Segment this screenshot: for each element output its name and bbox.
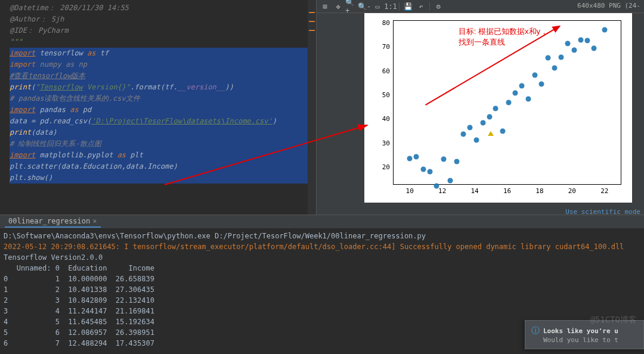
data-point [434,184,439,189]
y-tick: 20 [377,163,390,170]
y-tick: 70 [377,43,390,51]
one-one-icon[interactable]: 1:1 [385,1,397,12]
data-point [558,54,564,60]
y-tick: 60 [377,67,390,74]
back-icon[interactable]: ↶ [415,1,427,12]
gear-icon[interactable]: ⚙ [432,1,444,12]
chart-annotation: 目标: 根据已知数据x和y， 找到一条直线 [459,26,548,47]
x-tick: 12 [438,187,446,195]
data-point [454,159,459,164]
data-point [500,129,505,134]
data-point [460,131,466,136]
chart-canvas: 目标: 根据已知数据x和y， 找到一条直线 203040506070801012… [364,13,632,203]
editor-minimap[interactable] [308,0,316,215]
data-point [539,82,544,87]
code-editor[interactable]: @Datetime： 2020/11/30 14:55@Author： Sjh@… [0,0,316,215]
data-point [584,38,590,44]
data-point [546,55,551,61]
watermark: @51CTO博客 [590,315,637,325]
data-point [591,46,596,51]
x-tick: 16 [503,187,511,195]
data-point [526,97,531,102]
x-tick: 20 [568,187,576,195]
data-point [552,66,557,71]
save-icon[interactable]: 💾 [402,1,414,12]
scientific-mode-link[interactable]: Use scientific mode [565,208,640,216]
data-point [602,27,607,33]
grid-icon[interactable]: ⊞ [319,1,331,12]
close-icon[interactable]: × [92,217,97,225]
x-tick: 14 [470,187,478,195]
data-point [473,137,479,142]
marker-icon [488,131,494,136]
y-tick: 80 [377,19,390,27]
y-tick: 50 [377,91,390,99]
image-info-label: 640x480 PNG (24- [577,2,640,10]
data-point [421,167,426,172]
data-point [441,157,447,162]
data-point [571,47,577,52]
x-tick: 18 [535,187,543,195]
zoom-out-icon[interactable]: 🔍- [358,1,370,12]
zoom-in-icon[interactable]: 🔍+ [345,1,357,12]
data-point [513,91,518,96]
fit-icon[interactable]: ▭ [371,1,383,12]
image-viewer-panel: ⊞✥🔍+🔍-▭1:1💾↶⚙ 640x480 PNG (24- 目标: 根据已知数… [316,0,644,215]
x-tick: 10 [406,187,414,195]
data-point [407,156,413,162]
data-point [578,37,583,42]
data-point [467,125,472,130]
pan-icon[interactable]: ✥ [332,1,344,12]
data-point [493,105,499,111]
data-point [427,169,432,175]
data-point [532,73,538,78]
data-point [506,100,512,105]
data-point [487,114,492,119]
x-tick: 22 [600,187,608,195]
y-tick: 40 [377,115,390,123]
y-tick: 30 [377,139,390,147]
data-point [565,41,571,46]
info-icon: ⓘ [531,325,540,335]
data-point [414,154,419,160]
data-point [447,178,453,184]
console-tab[interactable]: 00linear_regression× [5,216,101,228]
data-point [519,83,525,88]
data-point [480,120,485,126]
